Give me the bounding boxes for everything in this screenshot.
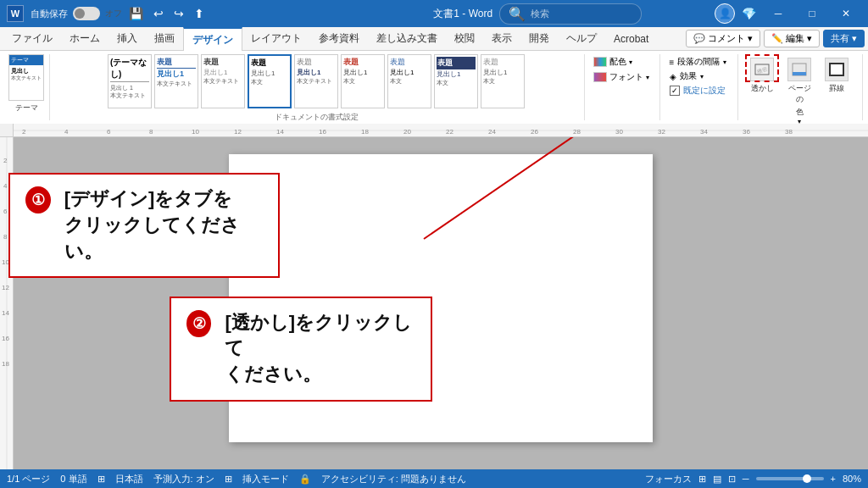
window-controls: ─ □ ✕ <box>763 0 861 27</box>
style-item-5[interactable]: 表題 見出し1 本文 <box>341 54 385 108</box>
svg-text:機密: 機密 <box>756 65 768 75</box>
search-box[interactable]: 🔍 <box>499 3 642 25</box>
svg-text:36: 36 <box>743 128 750 136</box>
spacing-icon: ≡ <box>670 58 675 67</box>
callout-1-number: ① <box>25 186 51 214</box>
share-chevron: ▾ <box>852 33 857 44</box>
zoom-plus[interactable]: + <box>831 474 836 484</box>
user-avatar[interactable]: 👤 <box>715 3 735 24</box>
tab-help[interactable]: ヘルプ <box>558 27 605 51</box>
tab-layout[interactable]: レイアウト <box>242 27 310 51</box>
word-logo: W <box>7 5 24 22</box>
themes-section: テーマ 見出し 本文テキスト テーマ <box>5 54 50 120</box>
callout-1-text: [デザイン]をタブを <box>64 186 263 213</box>
tab-insert[interactable]: 挿入 <box>108 27 146 51</box>
style-item-3[interactable]: 表題 見出し1 本文 <box>248 54 292 108</box>
style-gallery-section: (テーマなし) 見出し 1本文テキスト 表題 見出し1 本文テキスト 表題 見出… <box>52 54 585 120</box>
insert-label: 挿入モード <box>242 473 289 485</box>
autosave-state: オフ <box>105 8 122 19</box>
watermark-button[interactable]: 機密 透かし <box>747 56 777 96</box>
tab-review[interactable]: 校閲 <box>446 27 483 51</box>
style-item-2[interactable]: 表題 見出し1 本文テキスト <box>201 54 245 108</box>
colors-button[interactable]: 配色 ▾ <box>593 56 649 68</box>
tab-mailings[interactable]: 差し込み文書 <box>368 27 446 51</box>
svg-text:16: 16 <box>2 335 9 342</box>
tab-draw[interactable]: 描画 <box>146 27 183 51</box>
svg-text:6: 6 <box>107 128 111 136</box>
autosave-toggle[interactable] <box>73 7 100 20</box>
tab-references[interactable]: 参考資料 <box>310 27 368 51</box>
autosave-knob <box>75 8 85 19</box>
comment-chevron: ▾ <box>748 33 753 44</box>
close-button[interactable]: ✕ <box>831 0 861 27</box>
insert-mode: ⊞ <box>225 474 232 485</box>
page-border-button[interactable]: 罫線 <box>821 56 852 96</box>
comment-button[interactable]: 💬 コメント ▾ <box>686 30 760 47</box>
ribbon-content: テーマ 見出し 本文テキスト テーマ (テーマなし) 見出し 1本文テキスト 表… <box>0 51 868 124</box>
effects-button[interactable]: ◈ 効果 ▾ <box>670 70 727 82</box>
autosave-label: 自動保存 <box>31 8 68 20</box>
fonts-chevron: ▾ <box>646 74 649 81</box>
callout-2-text: [透かし]をクリックして <box>225 310 415 363</box>
ruler-horizontal: 2 4 6 8 10 12 14 16 18 20 22 24 26 28 30… <box>14 124 868 137</box>
zoom-slider[interactable] <box>756 477 824 480</box>
tab-file[interactable]: ファイル <box>3 27 61 51</box>
minimize-button[interactable]: ─ <box>763 0 793 27</box>
style-item-1[interactable]: 表題 見出し1 本文テキスト <box>154 54 198 108</box>
svg-text:2: 2 <box>22 128 26 136</box>
svg-text:6: 6 <box>3 208 8 215</box>
view-icon-2: ▤ <box>713 474 721 485</box>
svg-text:2: 2 <box>3 157 8 164</box>
set-default-button[interactable]: ✓ 既定に設定 <box>670 85 727 97</box>
edit-button[interactable]: ✏️ 編集 ▾ <box>764 30 820 47</box>
page-background-section: 機密 透かし ページの 色 <box>740 54 863 120</box>
svg-text:26: 26 <box>531 128 538 136</box>
word-count: 0 単語 <box>60 473 86 485</box>
svg-text:18: 18 <box>2 360 9 368</box>
themes-button[interactable]: テーマ 見出し 本文テキスト テーマ <box>8 54 44 114</box>
tab-design[interactable]: デザイン <box>183 27 242 51</box>
style-item-4[interactable]: 表題 見出し1 本文テキスト <box>294 54 338 108</box>
tab-home[interactable]: ホーム <box>61 27 108 51</box>
share-button[interactable]: 共有 ▾ <box>823 30 865 47</box>
zoom-thumb <box>803 474 811 483</box>
qat-undo[interactable]: ↩ <box>150 5 167 22</box>
effects-icon: ◈ <box>670 72 676 81</box>
ribbon-tabs: ファイル ホーム 挿入 描画 デザイン レイアウト 参考資料 差し込み文書 校閲… <box>0 27 868 51</box>
tab-developer[interactable]: 開発 <box>520 27 558 51</box>
svg-text:4: 4 <box>3 182 8 190</box>
maximize-button[interactable]: □ <box>797 0 827 27</box>
colors-section: 配色 ▾ フォント ▾ <box>587 54 660 120</box>
page-color-label2: 色 <box>796 107 804 118</box>
paragraph-spacing-button[interactable]: ≡ 段落の間隔 ▾ <box>670 56 727 68</box>
edit-icon: ✏️ <box>771 33 783 44</box>
svg-text:14: 14 <box>2 309 9 317</box>
zoom-level: 80% <box>843 474 861 484</box>
svg-text:4: 4 <box>64 128 69 136</box>
prediction-mode: 予測入力: オン <box>153 473 214 485</box>
doc-title: 文書1 - Word <box>433 7 492 21</box>
ruler-row: 2 4 6 8 10 12 14 16 18 20 22 24 26 28 30… <box>0 124 868 137</box>
title-center: 文書1 - Word 🔍 <box>361 3 715 25</box>
svg-rect-4 <box>830 64 843 75</box>
tab-view[interactable]: 表示 <box>483 27 520 51</box>
style-item-6[interactable]: 表題 見出し1 本文 <box>387 54 431 108</box>
watermark-label: 透かし <box>751 83 774 94</box>
check-icon: ✓ <box>670 86 680 96</box>
page-color-button[interactable]: ページの 色 ▾ <box>784 56 815 127</box>
comment-icon: 💬 <box>693 33 705 44</box>
tab-acrobat[interactable]: Acrobat <box>605 27 657 51</box>
style-item-7[interactable]: 表題 見出し1 本文 <box>434 54 478 108</box>
page-info: 1/1 ページ <box>7 473 50 485</box>
svg-text:20: 20 <box>403 128 411 136</box>
style-item-8[interactable]: 表題 見出し1 本文 <box>481 54 525 108</box>
zoom-minus[interactable]: ─ <box>743 474 749 484</box>
search-input[interactable] <box>531 8 632 19</box>
qat-more[interactable]: ⬆ <box>191 5 208 22</box>
qat-redo[interactable]: ↪ <box>170 5 187 22</box>
lang-indicator: ⊞ <box>97 474 105 485</box>
fonts-button[interactable]: フォント ▾ <box>593 71 649 83</box>
style-item-default[interactable]: (テーマなし) 見出し 1本文テキスト <box>108 54 152 108</box>
title-bar: W 自動保存 オフ 💾 ↩ ↪ ⬆ 文書1 - Word 🔍 👤 💎 ─ □ ✕ <box>0 0 868 27</box>
qat-save[interactable]: 💾 <box>125 5 147 22</box>
